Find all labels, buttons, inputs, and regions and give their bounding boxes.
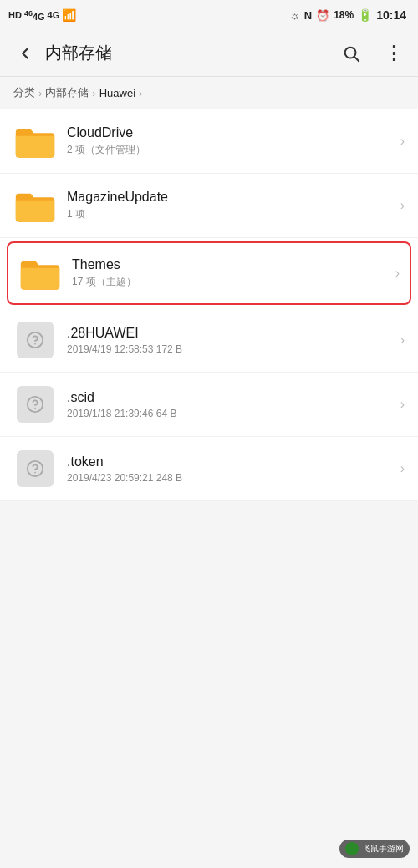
file-item-dotToken[interactable]: .token 2019/4/23 20:59:21 248 B ›	[0, 437, 418, 501]
file-item-dotHuawei[interactable]: .28HUAWEI 2019/4/19 12:58:53 172 B ›	[0, 308, 418, 373]
file-list: CloudDrive 2 项（文件管理） › MagazineUpdate 1 …	[0, 109, 418, 501]
breadcrumb-item-classify[interactable]: 分类	[13, 85, 35, 100]
file-info-dotHuawei: .28HUAWEI 2019/4/19 12:58:53 172 B	[67, 326, 394, 355]
watermark: 飞鼠手游网	[339, 840, 410, 858]
file-name-magazineUpdate: MagazineUpdate	[67, 190, 394, 205]
breadcrumb-item-huawei[interactable]: Huawei	[99, 87, 135, 99]
file-meta-dotToken: 2019/4/23 20:59:21 248 B	[67, 472, 394, 484]
folder-icon-themes	[18, 253, 62, 293]
back-button[interactable]	[8, 37, 42, 70]
nfc-icon: N	[304, 9, 312, 22]
time-display: 10:14	[376, 8, 406, 22]
top-navigation: 内部存储 ⋮	[0, 30, 418, 77]
status-right: ☼ N ⏰ 18% 🔋 10:14	[290, 8, 406, 22]
file-info-dotScid: .scid 2019/1/18 21:39:46 64 B	[67, 390, 394, 419]
file-name-cloudDrive: CloudDrive	[67, 125, 394, 140]
file-item-cloudDrive[interactable]: CloudDrive 2 项（文件管理） ›	[0, 109, 418, 174]
chevron-dotScid: ›	[400, 397, 405, 412]
signal-4g-2: 4G	[48, 10, 60, 20]
more-options-button[interactable]: ⋮	[376, 37, 410, 70]
battery-percent: 18%	[334, 9, 354, 21]
file-meta-magazineUpdate: 1 项	[67, 207, 394, 221]
signal-4g: 464G	[24, 9, 45, 22]
chevron-dotHuawei: ›	[400, 332, 405, 348]
file-meta-cloudDrive: 2 项（文件管理）	[67, 143, 394, 157]
file-name-dotToken: .token	[67, 454, 394, 470]
page-title: 内部存储	[45, 42, 334, 64]
chevron-dotToken: ›	[400, 461, 405, 476]
file-name-dotHuawei: .28HUAWEI	[67, 326, 394, 341]
unknown-icon-dotToken	[13, 449, 57, 489]
folder-icon-magazineUpdate	[13, 185, 57, 226]
watermark-logo	[345, 842, 359, 855]
battery-icon: 🔋	[358, 8, 372, 22]
svg-line-1	[354, 57, 359, 61]
file-name-dotScid: .scid	[67, 390, 394, 405]
breadcrumb-sep-2: ›	[92, 87, 95, 99]
folder-icon-cloudDrive	[13, 121, 57, 161]
file-meta-themes: 17 项（主题）	[72, 275, 389, 289]
status-bar: HD 464G 4G 📶 ☼ N ⏰ 18% 🔋 10:14	[0, 0, 418, 30]
hd-icon: HD	[8, 10, 22, 20]
nav-actions: ⋮	[334, 37, 410, 70]
watermark-text: 飞鼠手游网	[362, 843, 404, 855]
file-meta-dotScid: 2019/1/18 21:39:46 64 B	[67, 408, 394, 419]
file-info-themes: Themes 17 项（主题）	[72, 257, 389, 289]
breadcrumb: 分类 › 内部存储 › Huawei ›	[0, 77, 418, 109]
file-meta-dotHuawei: 2019/4/19 12:58:53 172 B	[67, 343, 394, 355]
chevron-cloudDrive: ›	[400, 134, 405, 149]
breadcrumb-item-internal[interactable]: 内部存储	[45, 85, 89, 100]
chevron-magazineUpdate: ›	[400, 198, 405, 213]
file-info-dotToken: .token 2019/4/23 20:59:21 248 B	[67, 454, 394, 484]
dnd-icon: ☼	[290, 9, 300, 22]
alarm-icon: ⏰	[316, 9, 329, 22]
unknown-icon-dotHuawei	[13, 320, 57, 360]
breadcrumb-sep-3: ›	[139, 87, 142, 99]
chevron-themes: ›	[395, 266, 400, 281]
file-info-cloudDrive: CloudDrive 2 项（文件管理）	[67, 125, 394, 157]
breadcrumb-sep-1: ›	[38, 87, 42, 99]
file-item-dotScid[interactable]: .scid 2019/1/18 21:39:46 64 B ›	[0, 373, 418, 437]
file-item-themes[interactable]: Themes 17 项（主题） ›	[7, 241, 411, 305]
file-item-magazineUpdate[interactable]: MagazineUpdate 1 项 ›	[0, 174, 418, 238]
wifi-icon: 📶	[62, 8, 76, 22]
status-left: HD 464G 4G 📶	[8, 8, 76, 22]
unknown-icon-dotScid	[13, 384, 57, 424]
file-info-magazineUpdate: MagazineUpdate 1 项	[67, 190, 394, 221]
file-name-themes: Themes	[72, 257, 389, 272]
search-button[interactable]	[334, 37, 368, 70]
